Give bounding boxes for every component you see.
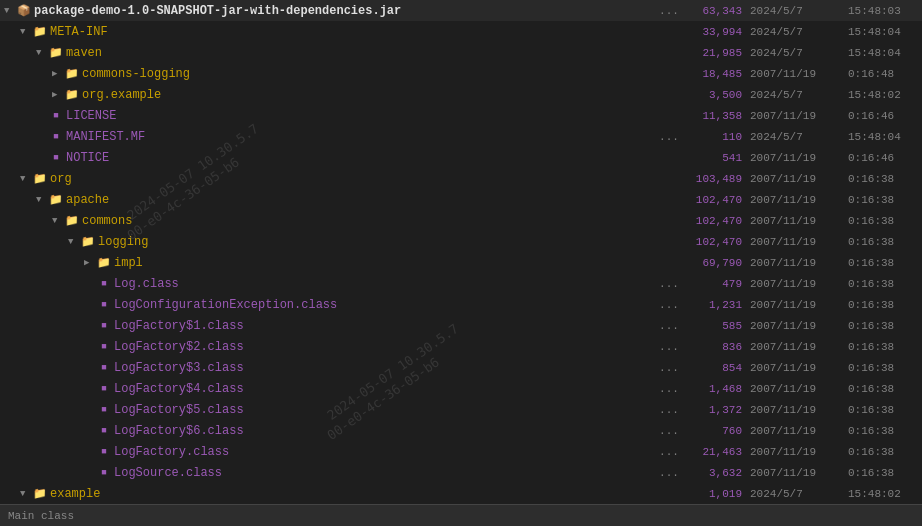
meta-dots: ... [659,299,679,311]
meta-date: 2007/11/19 [750,236,840,248]
meta-time: 0:16:38 [848,236,918,248]
meta-size: 585 [687,320,742,332]
tree-row-logfactory1-class[interactable]: ■ LogFactory$1.class ... 585 2007/11/19 … [0,315,922,336]
row-meta: 33,994 2024/5/7 15:48:04 [659,26,918,38]
tree-row-apache[interactable]: ▼ 📁 apache 102,470 2007/11/19 0:16:38 [0,189,922,210]
row-meta: 18,485 2007/11/19 0:16:48 [659,68,918,80]
tree-row-org[interactable]: ▼ 📁 org 103,489 2007/11/19 0:16:38 [0,168,922,189]
meta-size: 1,468 [687,383,742,395]
file-name: LogFactory$1.class [114,319,314,333]
row-meta: ... 479 2007/11/19 0:16:38 [659,278,918,290]
meta-size: 3,632 [687,467,742,479]
row-meta: 69,790 2007/11/19 0:16:38 [659,257,918,269]
meta-time: 15:48:04 [848,47,918,59]
file-tree: ▼ 📦 package-demo-1.0-SNAPSHOT-jar-with-d… [0,0,922,526]
tree-row-logsource-class[interactable]: ■ LogSource.class ... 3,632 2007/11/19 0… [0,462,922,483]
file-name: logging [98,235,298,249]
meta-time: 0:16:38 [848,383,918,395]
tree-row-logging[interactable]: ▼ 📁 logging 102,470 2007/11/19 0:16:38 [0,231,922,252]
meta-size: 21,985 [687,47,742,59]
file-name: LogFactory.class [114,445,314,459]
meta-time: 15:48:02 [848,488,918,500]
row-meta: 21,985 2024/5/7 15:48:04 [659,47,918,59]
meta-time: 0:16:38 [848,362,918,374]
class-icon: ■ [96,423,112,439]
file-name: example [50,487,250,501]
folder-icon: 📁 [64,66,80,82]
tree-row-logfactory5-class[interactable]: ■ LogFactory$5.class ... 1,372 2007/11/1… [0,399,922,420]
meta-size: 110 [687,131,742,143]
tree-row-example[interactable]: ▼ 📁 example 1,019 2024/5/7 15:48:02 [0,483,922,504]
tree-row-logfactory3-class[interactable]: ■ LogFactory$3.class ... 854 2007/11/19 … [0,357,922,378]
row-meta: 102,470 2007/11/19 0:16:38 [659,236,918,248]
meta-dots: ... [659,425,679,437]
file-name: LICENSE [66,109,266,123]
tree-row-meta-inf[interactable]: ▼ 📁 META-INF 33,994 2024/5/7 15:48:04 [0,21,922,42]
meta-dots: ... [659,404,679,416]
meta-size: 1,372 [687,404,742,416]
folder-icon: 📁 [32,171,48,187]
chevron-icon: ▶ [52,89,64,100]
meta-date: 2007/11/19 [750,404,840,416]
meta-date: 2007/11/19 [750,257,840,269]
meta-time: 0:16:38 [848,194,918,206]
tree-row-org-example[interactable]: ▶ 📁 org.example 3,500 2024/5/7 15:48:02 [0,84,922,105]
folder-icon: 📁 [64,87,80,103]
file-name: LogFactory$2.class [114,340,314,354]
row-meta: ... 854 2007/11/19 0:16:38 [659,362,918,374]
row-meta: 102,470 2007/11/19 0:16:38 [659,215,918,227]
row-meta: ... 110 2024/5/7 15:48:04 [659,131,918,143]
meta-time: 0:16:38 [848,341,918,353]
tree-row-commons-logging[interactable]: ▶ 📁 commons-logging 18,485 2007/11/19 0:… [0,63,922,84]
meta-date: 2007/11/19 [750,341,840,353]
meta-size: 1,019 [687,488,742,500]
tree-row-logfactory4-class[interactable]: ■ LogFactory$4.class ... 1,468 2007/11/1… [0,378,922,399]
row-meta: ... 585 2007/11/19 0:16:38 [659,320,918,332]
row-meta: 1,019 2024/5/7 15:48:02 [659,488,918,500]
class-icon: ■ [96,402,112,418]
meta-dots [659,488,679,500]
meta-time: 0:16:38 [848,446,918,458]
file-name: LogFactory$6.class [114,424,314,438]
tree-row-commons[interactable]: ▼ 📁 commons 102,470 2007/11/19 0:16:38 [0,210,922,231]
class-icon: ■ [48,108,64,124]
class-icon: ■ [96,444,112,460]
file-name: LogFactory$5.class [114,403,314,417]
meta-size: 102,470 [687,236,742,248]
tree-row-maven[interactable]: ▼ 📁 maven 21,985 2024/5/7 15:48:04 [0,42,922,63]
class-icon: ■ [96,360,112,376]
meta-date: 2007/11/19 [750,383,840,395]
meta-time: 15:48:03 [848,5,918,17]
chevron-icon: ▼ [68,237,80,247]
meta-date: 2007/11/19 [750,299,840,311]
tree-row-logconfiguration-class[interactable]: ■ LogConfigurationException.class ... 1,… [0,294,922,315]
chevron-icon: ▶ [84,257,96,268]
tree-row-logfactory6-class[interactable]: ■ LogFactory$6.class ... 760 2007/11/19 … [0,420,922,441]
meta-size: 11,358 [687,110,742,122]
meta-date: 2024/5/7 [750,131,840,143]
file-name: Log.class [114,277,314,291]
chevron-icon: ▼ [4,6,16,16]
tree-row-manifest[interactable]: ■ MANIFEST.MF ... 110 2024/5/7 15:48:04 [0,126,922,147]
tree-row-log-class[interactable]: ■ Log.class ... 479 2007/11/19 0:16:38 [0,273,922,294]
meta-time: 0:16:38 [848,215,918,227]
meta-size: 541 [687,152,742,164]
meta-date: 2007/11/19 [750,425,840,437]
tree-row-notice[interactable]: ■ NOTICE 541 2007/11/19 0:16:46 [0,147,922,168]
meta-dots: ... [659,383,679,395]
meta-date: 2007/11/19 [750,215,840,227]
tree-row-logfactory2-class[interactable]: ■ LogFactory$2.class ... 836 2007/11/19 … [0,336,922,357]
class-icon: ■ [96,465,112,481]
tree-row-impl[interactable]: ▶ 📁 impl 69,790 2007/11/19 0:16:38 [0,252,922,273]
meta-size: 3,500 [687,89,742,101]
file-name: org.example [82,88,282,102]
chevron-icon: ▼ [20,489,32,499]
tree-row-logfactory-class[interactable]: ■ LogFactory.class ... 21,463 2007/11/19… [0,441,922,462]
meta-dots: ... [659,446,679,458]
tree-row-license[interactable]: ■ LICENSE 11,358 2007/11/19 0:16:46 [0,105,922,126]
file-name: LogFactory$4.class [114,382,314,396]
tree-row-jar[interactable]: ▼ 📦 package-demo-1.0-SNAPSHOT-jar-with-d… [0,0,922,21]
meta-size: 836 [687,341,742,353]
meta-time: 0:16:38 [848,404,918,416]
row-meta: 3,500 2024/5/7 15:48:02 [659,89,918,101]
